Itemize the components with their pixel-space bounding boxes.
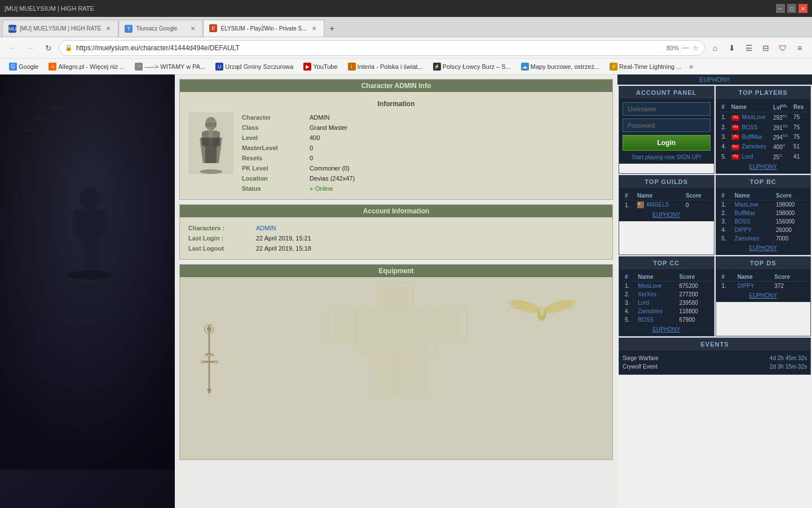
bc-score-3: 156000: [774, 217, 807, 226]
tp-rank-1: 1.: [720, 112, 729, 122]
pa-icon: →: [135, 63, 143, 71]
top-players-euphony-link[interactable]: EUPHONY: [720, 164, 807, 170]
close-button[interactable]: ✕: [798, 4, 807, 13]
bc-name-4[interactable]: DIPPY: [735, 227, 752, 233]
svg-rect-26: [429, 310, 460, 341]
tp-name-4[interactable]: Zamolxes: [742, 143, 766, 150]
top-ds-euphony-link[interactable]: EUPHONY: [720, 292, 807, 299]
svg-point-7: [68, 270, 113, 279]
bookmark-allegro[interactable]: A Allegro.pl - Więcej niz ...: [44, 62, 129, 72]
svg-point-1: [80, 187, 100, 210]
ds-name-1[interactable]: DIPPY: [738, 283, 754, 289]
tab-1-close[interactable]: ✕: [104, 25, 112, 33]
account-characters-value[interactable]: ADMIN: [256, 225, 604, 231]
signup-link[interactable]: Start playing now SIGN UP!: [623, 154, 710, 160]
event-name-2: Crywolf Event: [623, 364, 657, 370]
bc-name-3[interactable]: BOSS: [735, 218, 751, 225]
top-bc-euphony-link[interactable]: EUPHONY: [720, 245, 807, 251]
top-guilds-euphony-link[interactable]: EUPHONY: [623, 212, 710, 218]
password-input[interactable]: [623, 119, 710, 132]
bookmark-youtube[interactable]: ▶ YouTube: [299, 62, 342, 72]
top-cc-table: # Name Score 1. MissLove 875200 2. XerXe…: [623, 273, 710, 324]
bc-name-2[interactable]: BuffMax: [735, 210, 756, 216]
bookmark-google[interactable]: G Google: [5, 62, 43, 72]
cc-rank-2: 2.: [623, 290, 636, 299]
google-icon: G: [9, 63, 17, 71]
character-info-section: Character ADMIN Info Information: [179, 79, 613, 200]
tp-level-1: 29261: [771, 112, 791, 122]
bookmark-interia-label: Interia - Polska i świat...: [358, 63, 423, 70]
bc-name-5[interactable]: Zamolxes: [735, 235, 759, 242]
cc-name-3[interactable]: Lord: [638, 300, 649, 306]
maximize-button[interactable]: □: [787, 4, 796, 13]
cc-name-5[interactable]: BOSS: [638, 317, 654, 323]
guild-1-icon: ✦ ANGELS: [635, 200, 683, 209]
account-panel: ACCOUNT PANEL Login Start playing now SI…: [619, 86, 714, 174]
bc-name-1[interactable]: MissLove: [735, 202, 758, 208]
lock-icon: 🔒: [65, 44, 73, 51]
bookmark-youtube-label: YouTube: [313, 63, 337, 70]
equipment-section: Equipment: [179, 264, 613, 460]
equipment-header: Equipment: [180, 265, 612, 277]
bc-name-cell-5: Zamolxes: [732, 234, 774, 243]
top-players-header: TOP PLAYERS: [716, 86, 811, 99]
tp-name-5[interactable]: Lord: [742, 154, 753, 160]
last-login-value: 22 April 2019, 15:21: [256, 235, 604, 242]
tp-rank-3: 3.: [720, 132, 729, 142]
forward-button[interactable]: →: [23, 40, 38, 56]
bookmark-lightning[interactable]: ⚡ Real-Time Lightning ...: [605, 62, 686, 72]
ds-col-name: Name: [735, 273, 773, 282]
cc-name-1[interactable]: MissLove: [638, 283, 661, 289]
cc-rank-3: 3.: [623, 299, 636, 307]
top-cc-header: TOP CC: [619, 257, 714, 269]
new-tab-button[interactable]: +: [324, 21, 340, 37]
back-button[interactable]: ←: [5, 40, 20, 56]
home-button[interactable]: ⌂: [707, 40, 723, 56]
refresh-button[interactable]: ↻: [41, 40, 56, 56]
bookmark-interia[interactable]: i Interia - Polska i świat...: [343, 62, 427, 72]
reading-list-button[interactable]: ☰: [741, 40, 757, 56]
guild-1-name[interactable]: ANGELS: [646, 202, 669, 208]
tp-name-2[interactable]: BOSS: [742, 124, 758, 130]
content-area: Character ADMIN Info Information: [0, 75, 812, 508]
top-player-row-5: 5. VN Lord 250 41: [720, 152, 807, 161]
tab-3-close[interactable]: ✕: [310, 24, 318, 32]
guilds-bc-panels: TOP GUILDS # Name Score: [619, 175, 811, 255]
cc-rank-4: 4.: [623, 307, 636, 316]
cc-row-2: 2. XerXes 277200: [623, 290, 710, 299]
tab-3[interactable]: E ELYSIUM - Play2Win - Private S... ✕: [203, 20, 324, 37]
tp-level-3: 29454: [771, 132, 791, 142]
tp-flag-5: VN Lord: [729, 152, 771, 161]
tp-name-3[interactable]: BuffMax: [742, 134, 763, 140]
zoom-level: 80%: [667, 45, 679, 51]
svg-rect-3: [73, 210, 82, 235]
bookmark-pa-label: -----> WITAMY w PA...: [144, 63, 205, 70]
download-button[interactable]: ⬇: [724, 40, 740, 56]
bookmark-lowcy[interactable]: ⚡ Polscy Łowcy Burz – S...: [429, 62, 515, 72]
bookmarks-bar: G Google A Allegro.pl - Więcej niz ... →…: [0, 59, 812, 75]
tp-name-1[interactable]: MissLove: [742, 114, 766, 120]
bookmark-mapy[interactable]: ☁ Mapy burzowe, ostrzeż...: [517, 62, 604, 72]
tab-1[interactable]: MU [MU] MUELYSIUM | HIGH RATE ✕: [2, 20, 118, 37]
bc-row-2: 2. BuffMax 198000: [720, 209, 807, 217]
tab-2-close[interactable]: ✕: [189, 25, 197, 33]
bookmark-pa[interactable]: → -----> WITAMY w PA...: [130, 62, 210, 72]
sync-button[interactable]: ⊟: [758, 40, 774, 56]
menu-button[interactable]: ≡: [792, 40, 807, 56]
cc-name-2[interactable]: XerXes: [638, 291, 656, 297]
cc-name-4[interactable]: Zamolxes: [638, 308, 662, 314]
minimize-button[interactable]: −: [776, 4, 785, 13]
bookmark-gmina[interactable]: U Urząd Gminy Szczurowa: [211, 62, 298, 72]
tab-2[interactable]: T Tłumacz Google ✕: [118, 20, 203, 37]
top-cc-panel: TOP CC # Name Score 1.: [619, 256, 714, 336]
top-ds-header: TOP DS: [716, 257, 811, 269]
top-cc-euphony-link[interactable]: EUPHONY: [623, 326, 710, 332]
login-button[interactable]: Login: [623, 135, 710, 151]
bookmarks-more-button[interactable]: »: [687, 62, 695, 72]
bc-row-5: 5. Zamolxes 7000: [720, 234, 807, 243]
shield-button[interactable]: 🛡: [775, 40, 791, 56]
address-bar[interactable]: 🔒 https://muelysium.eu/character/41444d4…: [59, 40, 705, 56]
top-players-body: # Name LvlML Res 1. VN MissLove 29261: [716, 99, 811, 173]
username-input[interactable]: [623, 102, 710, 116]
bookmark-google-label: Google: [19, 63, 38, 70]
